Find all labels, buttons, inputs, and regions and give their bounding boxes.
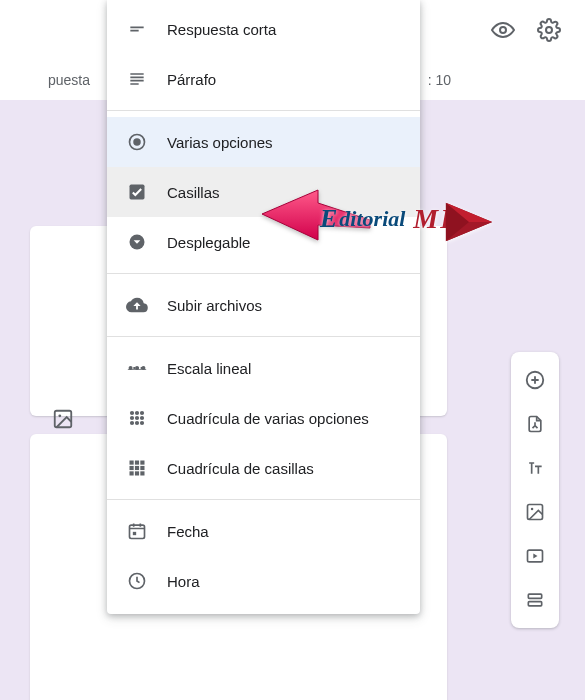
cloud-upload-icon — [125, 293, 149, 317]
tabs-left-text: puesta — [48, 72, 90, 88]
insert-image-button[interactable] — [52, 408, 74, 430]
plus-circle-icon — [524, 369, 546, 391]
add-image-button[interactable] — [517, 490, 553, 534]
svg-point-9 — [135, 366, 139, 370]
menu-item-paragraph[interactable]: Párrafo — [107, 54, 420, 104]
checkbox-icon — [125, 180, 149, 204]
svg-point-0 — [500, 27, 506, 33]
svg-point-1 — [546, 27, 552, 33]
menu-item-label: Casillas — [167, 184, 220, 201]
svg-rect-37 — [528, 602, 541, 606]
tabs-right-text: : 10 — [428, 72, 451, 88]
svg-point-34 — [531, 508, 534, 511]
calendar-icon — [125, 519, 149, 543]
menu-separator — [107, 273, 420, 274]
radio-icon — [125, 130, 149, 154]
menu-item-checkbox-grid[interactable]: Cuadrícula de casillas — [107, 443, 420, 493]
video-icon — [525, 546, 545, 566]
gear-icon — [537, 18, 561, 42]
menu-item-linear-scale[interactable]: Escala lineal — [107, 343, 420, 393]
svg-point-3 — [58, 414, 61, 417]
dropdown-icon — [125, 230, 149, 254]
menu-item-short-answer[interactable]: Respuesta corta — [107, 4, 420, 54]
menu-item-label: Escala lineal — [167, 360, 251, 377]
import-questions-button[interactable] — [517, 402, 553, 446]
menu-item-label: Respuesta corta — [167, 21, 276, 38]
watermark-logo-icon — [440, 193, 498, 251]
svg-rect-24 — [135, 466, 139, 470]
svg-point-12 — [135, 411, 139, 415]
image-icon — [525, 502, 545, 522]
svg-point-5 — [133, 138, 141, 146]
paragraph-icon — [125, 67, 149, 91]
menu-item-multiple-choice-grid[interactable]: Cuadrícula de varias opciones — [107, 393, 420, 443]
linear-scale-icon — [125, 356, 149, 380]
svg-rect-26 — [130, 471, 134, 475]
menu-item-label: Cuadrícula de varias opciones — [167, 410, 369, 427]
svg-rect-20 — [130, 461, 134, 465]
menu-item-date[interactable]: Fecha — [107, 506, 420, 556]
svg-rect-30 — [133, 532, 136, 535]
svg-point-19 — [140, 421, 144, 425]
svg-point-14 — [130, 416, 134, 420]
svg-point-8 — [129, 366, 133, 370]
image-icon — [52, 408, 74, 430]
menu-item-label: Varias opciones — [167, 134, 273, 151]
svg-rect-25 — [140, 466, 144, 470]
add-video-button[interactable] — [517, 534, 553, 578]
eye-icon — [491, 18, 515, 42]
menu-item-label: Hora — [167, 573, 200, 590]
grid-checkbox-icon — [125, 456, 149, 480]
menu-item-label: Párrafo — [167, 71, 216, 88]
menu-separator — [107, 336, 420, 337]
preview-button[interactable] — [483, 10, 523, 50]
menu-item-label: Fecha — [167, 523, 209, 540]
add-question-button[interactable] — [517, 358, 553, 402]
watermark: EditorialMD — [320, 203, 461, 235]
svg-rect-27 — [135, 471, 139, 475]
svg-point-15 — [135, 416, 139, 420]
import-file-icon — [525, 414, 545, 434]
menu-item-time[interactable]: Hora — [107, 556, 420, 606]
svg-point-18 — [135, 421, 139, 425]
grid-radio-icon — [125, 406, 149, 430]
menu-item-multiple-choice[interactable]: Varias opciones — [107, 117, 420, 167]
clock-icon — [125, 569, 149, 593]
watermark-text: E — [320, 204, 337, 234]
question-type-menu: Respuesta corta Párrafo Varias opciones … — [107, 0, 420, 614]
svg-rect-36 — [528, 594, 541, 598]
svg-rect-21 — [135, 461, 139, 465]
menu-separator — [107, 499, 420, 500]
svg-point-16 — [140, 416, 144, 420]
svg-point-10 — [141, 366, 145, 370]
svg-rect-29 — [130, 525, 145, 538]
svg-rect-23 — [130, 466, 134, 470]
menu-item-label: Subir archivos — [167, 297, 262, 314]
menu-separator — [107, 110, 420, 111]
svg-point-17 — [130, 421, 134, 425]
add-section-button[interactable] — [517, 578, 553, 622]
menu-item-file-upload[interactable]: Subir archivos — [107, 280, 420, 330]
svg-rect-22 — [140, 461, 144, 465]
watermark-text: ditorial — [339, 206, 405, 232]
title-icon — [525, 458, 545, 478]
section-icon — [525, 590, 545, 610]
svg-point-13 — [140, 411, 144, 415]
menu-item-label: Cuadrícula de casillas — [167, 460, 314, 477]
watermark-text: M — [413, 203, 438, 235]
menu-item-label: Desplegable — [167, 234, 250, 251]
short-text-icon — [125, 17, 149, 41]
add-title-button[interactable] — [517, 446, 553, 490]
settings-button[interactable] — [529, 10, 569, 50]
action-rail — [511, 352, 559, 628]
svg-point-11 — [130, 411, 134, 415]
svg-rect-28 — [140, 471, 144, 475]
